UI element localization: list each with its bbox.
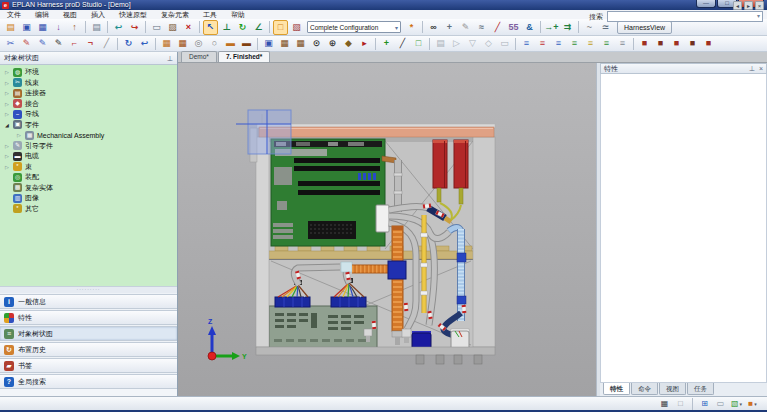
orbit-view-icon[interactable]: ↻ xyxy=(235,20,250,35)
zoom-lens-icon[interactable]: ⊙ xyxy=(309,36,324,51)
tree-expander-icon[interactable] xyxy=(4,122,10,128)
tree-item-mechanical-assembly[interactable]: ▦ Mechanical Assembly xyxy=(0,130,177,141)
pin-icon[interactable]: ⊤ xyxy=(167,54,173,62)
ring-icon[interactable]: ○ xyxy=(207,36,222,51)
menu-edit[interactable]: 编辑 xyxy=(28,10,56,19)
measure-icon[interactable]: ∠ xyxy=(251,20,266,35)
draw-line-icon[interactable]: ╱ xyxy=(490,20,505,35)
layer-view-1-icon[interactable]: ≡ xyxy=(519,36,534,51)
disabled-tool-2-icon[interactable]: ▷ xyxy=(449,36,464,51)
tab-close-icon[interactable]: × xyxy=(755,1,764,10)
slope-icon[interactable]: ╱ xyxy=(99,36,114,51)
nav-placement-history[interactable]: ↻ 布置历史 xyxy=(0,342,177,357)
tree-item-assembly[interactable]: ◎ 装配 xyxy=(0,172,177,183)
flag-icon[interactable]: ▸ xyxy=(357,36,372,51)
tab-scroll-right-icon[interactable]: ▸ xyxy=(744,1,753,10)
paste-icon[interactable]: ▨ xyxy=(165,20,180,35)
refresh-env-icon[interactable]: ↻ xyxy=(121,36,136,51)
tree-item-images[interactable]: ▥ 图像 xyxy=(0,193,177,204)
draw-blue-icon[interactable]: ✎ xyxy=(35,36,50,51)
marker-icon[interactable]: ◆ xyxy=(341,36,356,51)
3d-viewport[interactable]: Z Y xyxy=(178,63,596,396)
print-icon[interactable]: ▤ xyxy=(89,20,104,35)
tree-expander-icon[interactable] xyxy=(4,143,10,149)
nav-object-tree[interactable]: ≡ 对象树状图 xyxy=(0,326,177,341)
menu-file[interactable]: 文件 xyxy=(0,10,28,19)
reload-env-icon[interactable]: ↩ xyxy=(137,36,152,51)
machine-3-icon[interactable]: ■ xyxy=(669,36,684,51)
tree-expander-icon[interactable] xyxy=(4,80,10,86)
tree-item-harness[interactable]: ✂ 线束 xyxy=(0,78,177,89)
pin-icon[interactable]: ⊤ xyxy=(749,64,755,73)
tree-item-others[interactable]: * 其它 xyxy=(0,204,177,215)
rtab-commands[interactable]: 命令 xyxy=(631,383,658,395)
draw-red-icon[interactable]: ✎ xyxy=(19,36,34,51)
configuration-select[interactable]: Complete Configuration ▾ xyxy=(307,21,401,33)
layer-view-4-icon[interactable]: ≡ xyxy=(567,36,582,51)
tree-expander-icon[interactable] xyxy=(16,132,22,138)
menu-insert[interactable]: 插入 xyxy=(84,10,112,19)
tree-expander-icon[interactable] xyxy=(4,69,10,75)
nav-properties[interactable]: 特性 xyxy=(0,310,177,325)
pan-icon[interactable]: + xyxy=(442,20,457,35)
menu-rapid-prototype[interactable]: 快速原型 xyxy=(112,10,154,19)
nav-bookmarks[interactable]: ▰ 书签 xyxy=(0,358,177,373)
menu-help[interactable]: 帮助 xyxy=(224,10,252,19)
undo-icon[interactable]: ↩ xyxy=(111,20,126,35)
tree-item-environment[interactable]: ◍ 环境 xyxy=(0,67,177,78)
rtab-tasks[interactable]: 任务 xyxy=(687,383,714,395)
nav-general-info[interactable]: i 一般信息 xyxy=(0,294,177,309)
tree-item-cables[interactable]: ▬ 电缆 xyxy=(0,151,177,162)
layer-view-5-icon[interactable]: ≡ xyxy=(583,36,598,51)
snap-point-icon[interactable]: ⊥ xyxy=(219,20,234,35)
machine-5-icon[interactable]: ■ xyxy=(701,36,716,51)
grommet-icon[interactable]: ◎ xyxy=(191,36,206,51)
tree-item-parts[interactable]: ▣ 零件 xyxy=(0,120,177,131)
open-project-icon[interactable]: ▤ xyxy=(3,20,18,35)
crate-2-icon[interactable]: ▦ xyxy=(293,36,308,51)
menu-complex-elements[interactable]: 复杂元素 xyxy=(154,10,196,19)
rectangle-icon[interactable]: □ xyxy=(411,36,426,51)
bend-left-icon[interactable]: ⌐ xyxy=(67,36,82,51)
copy-icon[interactable]: ▭ xyxy=(149,20,164,35)
delete-icon[interactable]: × xyxy=(181,20,196,35)
tape-icon[interactable]: ▬ xyxy=(223,36,238,51)
line-icon[interactable]: ╱ xyxy=(395,36,410,51)
zoom-add-icon[interactable]: ⊕ xyxy=(325,36,340,51)
save-all-icon[interactable]: ▦ xyxy=(35,20,50,35)
harness-view-button[interactable]: HarnessView xyxy=(617,21,672,34)
layer-view-6-icon[interactable]: ≡ xyxy=(599,36,614,51)
close-icon[interactable]: × xyxy=(759,64,763,73)
selection-box-icon[interactable]: □ xyxy=(273,20,288,35)
add-wire-icon[interactable]: →+ xyxy=(544,20,559,35)
machine-2-icon[interactable]: ■ xyxy=(653,36,668,51)
add-icon[interactable]: + xyxy=(379,36,394,51)
tree-item-complex-solids[interactable]: ▩ 复杂实体 xyxy=(0,183,177,194)
draw-black-icon[interactable]: ✎ xyxy=(51,36,66,51)
redo-icon[interactable]: ↪ xyxy=(127,20,142,35)
tab-finished[interactable]: 7. Finished* xyxy=(218,51,270,62)
tree-expander-icon[interactable] xyxy=(4,90,10,96)
cut-bundle-icon[interactable]: ✂ xyxy=(3,36,18,51)
tree-expander-icon[interactable] xyxy=(4,101,10,107)
menu-view[interactable]: 视图 xyxy=(56,10,84,19)
nav-global-search[interactable]: ? 全局搜索 xyxy=(0,374,177,389)
tree-item-bundles[interactable]: * 束 xyxy=(0,162,177,173)
rtab-properties[interactable]: 特性 xyxy=(603,383,630,395)
status-maximize-view-icon[interactable]: ⊞ xyxy=(698,398,711,409)
tree-item-guiding-parts[interactable]: ✎ 引导零件 xyxy=(0,141,177,152)
status-material-icon[interactable]: ■ xyxy=(746,398,759,409)
disabled-tool-4-icon[interactable]: ◇ xyxy=(481,36,496,51)
tree-item-connectors[interactable]: ▤ 连接器 xyxy=(0,88,177,99)
tree-item-splices[interactable]: ◆ 接合 xyxy=(0,99,177,110)
disabled-tool-5-icon[interactable]: ▭ xyxy=(497,36,512,51)
search-input[interactable] xyxy=(609,13,749,20)
panel-splitter[interactable]: ········· xyxy=(0,286,177,293)
menu-tools[interactable]: 工具 xyxy=(196,10,224,19)
layer-view-3-icon[interactable]: ≡ xyxy=(551,36,566,51)
quick-save-icon[interactable]: ▣ xyxy=(261,36,276,51)
machine-4-icon[interactable]: ■ xyxy=(685,36,700,51)
machine-1-icon[interactable]: ■ xyxy=(637,36,652,51)
clip-plane-icon[interactable]: ▧ xyxy=(289,20,304,35)
tab-demo[interactable]: Demo* xyxy=(181,51,217,62)
